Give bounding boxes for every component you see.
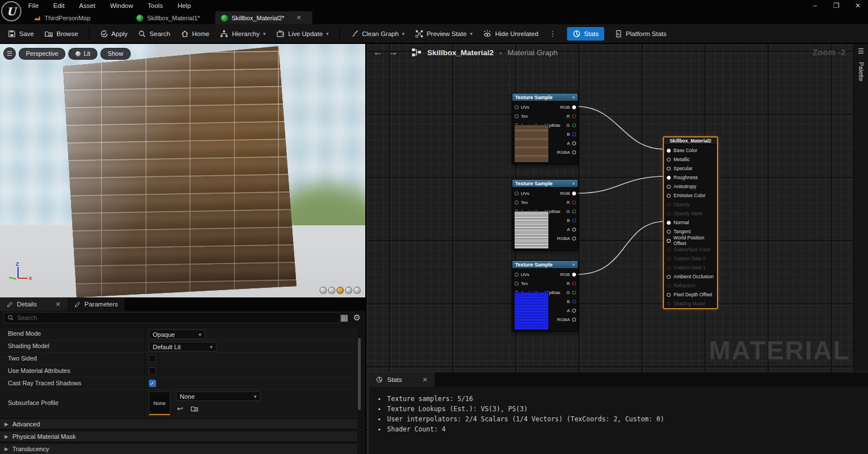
tab-thirdpersonmap[interactable]: ThirdPersonMap — [28, 11, 96, 24]
search-input[interactable] — [17, 314, 336, 321]
details-scrollbar[interactable] — [358, 338, 361, 410]
restore-button[interactable]: ❐ — [830, 2, 843, 10]
pin-emissive-color[interactable] — [667, 194, 671, 198]
browse-to-asset-icon[interactable] — [191, 405, 198, 412]
input-pin[interactable] — [515, 114, 519, 118]
texture-sample-node-albedo[interactable]: Texture Sample ∧ UVs Tex Apply View MipB… — [512, 93, 578, 164]
pin-specular[interactable] — [667, 167, 671, 171]
output-pin-a[interactable] — [572, 309, 576, 313]
sphere-mesh-button[interactable] — [328, 287, 335, 294]
input-pin[interactable] — [515, 192, 519, 195]
property-matrix-icon[interactable]: ▦ — [340, 312, 348, 323]
live-update-button[interactable]: Live Update▾ — [276, 30, 329, 38]
output-pin-rgb[interactable] — [572, 105, 576, 109]
tab-close-icon[interactable]: ✕ — [422, 376, 428, 384]
pin-world-position-offset[interactable] — [667, 239, 671, 243]
output-pin-rgba[interactable] — [572, 150, 576, 154]
breadcrumb-root[interactable]: Skillbox_Material2 — [427, 48, 494, 57]
menu-asset[interactable]: Asset — [79, 2, 95, 9]
collapse-icon[interactable]: ∧ — [572, 95, 575, 100]
back-icon[interactable]: ← — [373, 47, 383, 58]
clean-graph-button[interactable]: Clean Graph▾ — [351, 30, 405, 38]
details-search[interactable] — [3, 312, 340, 323]
output-pin-b[interactable] — [572, 219, 576, 222]
apply-button[interactable]: Apply — [100, 30, 128, 38]
output-pin-rgb[interactable] — [572, 273, 576, 277]
close-button[interactable]: ✕ — [851, 2, 865, 10]
tab-close-icon[interactable]: ✕ — [296, 14, 302, 21]
texture-sample-node-normal[interactable]: Texture Sample ∧ UVs Tex Apply View MipB… — [512, 260, 578, 332]
pin-tangent[interactable] — [667, 230, 671, 234]
collapse-icon[interactable]: ∧ — [572, 262, 575, 267]
perspective-button[interactable]: Perspective — [19, 48, 65, 60]
menu-help[interactable]: Help — [178, 2, 191, 9]
section-physical-material-mask[interactable]: ▶ Physical Material Mask — [0, 431, 357, 442]
texture-sample-node-roughness[interactable]: Texture Sample ∧ UVs Tex Apply View MipB… — [512, 179, 578, 251]
material-graph-canvas[interactable]: MATERIAL ← → Skillbox_Material2 › Materi… — [366, 44, 868, 454]
input-pin[interactable] — [515, 105, 519, 109]
toolbar-overflow-icon[interactable]: ⋮ — [549, 29, 556, 38]
use-selected-asset-icon[interactable]: ↩ — [177, 404, 183, 413]
menu-window[interactable]: Window — [110, 2, 133, 9]
output-pin-r[interactable] — [572, 114, 576, 118]
shading-model-dropdown[interactable]: Default Lit▾ — [149, 342, 216, 351]
forward-icon[interactable]: → — [388, 47, 398, 58]
output-pin-rgba[interactable] — [572, 318, 576, 322]
save-button[interactable]: Save — [8, 30, 34, 38]
minimize-button[interactable]: – — [808, 2, 822, 10]
input-pin[interactable] — [515, 273, 519, 277]
output-pin-b[interactable] — [572, 132, 576, 136]
show-button[interactable]: Show — [100, 48, 131, 60]
input-pin[interactable] — [515, 282, 519, 286]
home-button[interactable]: Home — [181, 30, 210, 38]
hide-unrelated-button[interactable]: Hide Unrelated — [483, 30, 538, 38]
tab-parameters[interactable]: Parameters — [68, 297, 125, 311]
tab-details[interactable]: Details ✕ — [0, 297, 68, 311]
lit-button[interactable]: Lit — [68, 48, 98, 60]
menu-file[interactable]: File — [28, 2, 39, 9]
teapot-mesh-button[interactable] — [353, 287, 361, 294]
cast-ray-traced-shadows-checkbox[interactable]: ✓ — [149, 380, 156, 387]
use-material-attributes-checkbox[interactable] — [149, 367, 156, 375]
output-pin-rgba[interactable] — [572, 237, 576, 241]
section-advanced[interactable]: ▶ Advanced — [0, 419, 357, 430]
cylinder-mesh-button[interactable] — [320, 287, 327, 294]
output-pin-g[interactable] — [572, 210, 576, 213]
two-sided-checkbox[interactable] — [149, 355, 156, 362]
browse-button[interactable]: Browse — [45, 30, 78, 38]
subsurface-profile-thumbnail[interactable]: None — [149, 391, 170, 415]
details-settings-icon[interactable]: ⚙ — [353, 312, 361, 323]
search-button[interactable]: Search — [138, 30, 170, 38]
pin-normal[interactable] — [667, 221, 671, 225]
pin-pixel-depth-offset[interactable] — [667, 293, 671, 297]
node-header[interactable]: Texture Sample ∧ — [512, 261, 578, 268]
output-pin-b[interactable] — [572, 300, 576, 304]
unreal-logo-icon[interactable]: U — [1, 1, 21, 21]
pin-ambient-occlusion[interactable] — [667, 275, 671, 279]
output-pin-a[interactable] — [572, 141, 576, 145]
pin-roughness[interactable] — [667, 176, 671, 180]
subsurface-profile-dropdown[interactable]: None▾ — [176, 391, 260, 401]
tab-skillbox-material1[interactable]: Skillbox_Material1* — [131, 11, 206, 24]
pin-anisotropy[interactable] — [667, 185, 671, 189]
hierarchy-button[interactable]: Hierarchy▾ — [220, 30, 265, 38]
palette-side-tab[interactable]: ☰ Palette — [853, 44, 868, 372]
blend-mode-dropdown[interactable]: Opaque▾ — [149, 330, 205, 339]
output-pin-a[interactable] — [572, 228, 576, 232]
node-header[interactable]: Texture Sample ∧ — [512, 94, 578, 101]
cube-mesh-button[interactable] — [345, 287, 352, 294]
node-header[interactable]: Texture Sample ∧ — [512, 180, 578, 187]
viewport-menu-icon[interactable]: ☰ — [3, 47, 16, 60]
plane-mesh-button[interactable] — [336, 287, 344, 294]
pin-base-color[interactable] — [667, 149, 671, 153]
tab-skillbox-material2[interactable]: Skillbox_Material2* ✕ — [215, 11, 312, 24]
tab-close-icon[interactable]: ✕ — [55, 300, 61, 308]
input-pin[interactable] — [515, 201, 519, 204]
output-pin-r[interactable] — [572, 282, 576, 286]
stats-tab[interactable]: Stats ✕ — [369, 372, 435, 387]
collapse-icon[interactable]: ∧ — [572, 181, 575, 186]
menu-tools[interactable]: Tools — [148, 2, 163, 9]
output-pin-g[interactable] — [572, 291, 576, 295]
output-pin-r[interactable] — [572, 201, 576, 204]
section-translucency[interactable]: ▶ Translucency — [0, 444, 357, 454]
